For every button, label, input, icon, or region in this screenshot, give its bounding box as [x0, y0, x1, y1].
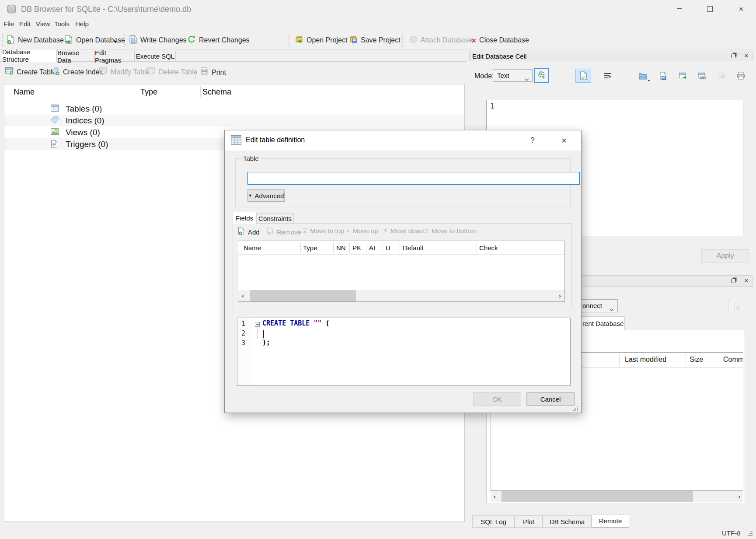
print-cell-icon[interactable] [733, 69, 749, 83]
scrollbar-thumb[interactable] [502, 491, 693, 502]
move-down-button: Move down [383, 227, 424, 234]
col-name[interactable]: Name [244, 244, 261, 252]
line-number: 2 [241, 329, 245, 337]
maximize-button[interactable] [700, 0, 720, 18]
add-field-button[interactable]: Add [238, 227, 260, 237]
tab-sql-log[interactable]: SQL Log [472, 515, 515, 528]
menu-tools[interactable]: Tools [51, 18, 73, 29]
mode-select[interactable]: Text [493, 69, 533, 82]
column-divider[interactable] [349, 242, 350, 253]
new-database-button[interactable]: New Database [7, 34, 64, 47]
column-divider[interactable] [366, 242, 366, 253]
app-database-icon [6, 4, 17, 17]
open-project-button[interactable]: Open Project [295, 34, 347, 47]
column-divider[interactable] [200, 86, 201, 97]
column-divider[interactable] [477, 242, 477, 253]
mode-label: Mode: [474, 72, 494, 80]
remote-column-commit[interactable]: Comm [723, 356, 743, 364]
dialog-close-button[interactable]: × [556, 133, 572, 147]
close-database-label: Close Database [479, 36, 529, 44]
create-table-button[interactable]: Create Table [5, 67, 56, 77]
open-database-dropdown-icon[interactable]: ▾ [115, 39, 117, 44]
col-check[interactable]: Check [479, 244, 498, 252]
close-database-button[interactable]: × Close Database [471, 34, 529, 47]
col-ai[interactable]: AI [369, 244, 375, 252]
column-divider[interactable] [686, 354, 686, 366]
remote-hscrollbar[interactable]: ‹ › [491, 491, 743, 502]
menu-view[interactable]: View [32, 18, 53, 29]
link-data-icon[interactable] [694, 69, 710, 83]
edit-table-dialog: Edit table definition ? × Table ▼ Advanc… [224, 130, 582, 413]
tab-edit-pragmas[interactable]: Edit Pragmas [94, 51, 135, 62]
resize-grip-icon[interactable] [748, 531, 749, 532]
tree-column-schema[interactable]: Schema [202, 88, 231, 97]
column-divider[interactable] [383, 242, 383, 253]
column-divider[interactable] [619, 354, 620, 366]
scroll-right-icon[interactable]: › [559, 292, 561, 299]
tab-database-structure[interactable]: Database Structure [2, 49, 57, 62]
fields-grid[interactable]: Name Type NN PK AI U Default Check ‹ › [238, 241, 565, 302]
apply-button[interactable]: Apply [701, 249, 749, 262]
column-divider[interactable] [720, 354, 720, 366]
remote-column-size[interactable]: Size [690, 356, 703, 364]
print-button[interactable]: Print [200, 67, 226, 77]
create-index-button[interactable]: Create Index [52, 67, 103, 77]
float-panel-icon[interactable] [730, 278, 736, 284]
save-project-button[interactable]: Save Project [349, 34, 401, 47]
tab-plot[interactable]: Plot [515, 515, 543, 528]
word-wrap-icon[interactable] [600, 69, 616, 83]
tree-row-tables[interactable]: Tables (0) [4, 103, 464, 115]
export-file-icon[interactable] [655, 69, 671, 83]
column-divider[interactable] [134, 86, 134, 97]
cancel-button[interactable]: Cancel [526, 392, 575, 406]
scroll-left-icon[interactable]: ‹ [494, 493, 496, 500]
menu-help[interactable]: Help [72, 18, 92, 29]
cell-settings-button[interactable] [534, 68, 549, 83]
tree-column-name[interactable]: Name [14, 88, 35, 97]
menu-edit[interactable]: Edit [16, 18, 34, 29]
float-panel-icon[interactable] [730, 53, 736, 59]
table-name-input[interactable] [247, 172, 580, 185]
column-divider[interactable] [300, 242, 301, 253]
tab-remote[interactable]: Remote [592, 514, 629, 528]
minimize-button[interactable] [669, 0, 690, 18]
tab-fields[interactable]: Fields [233, 212, 256, 224]
revert-changes-button[interactable]: Revert Changes [187, 34, 250, 47]
tab-constraints[interactable]: Constraints [256, 213, 294, 224]
tree-column-type[interactable]: Type [140, 88, 157, 97]
column-divider[interactable] [400, 242, 400, 253]
close-button[interactable]: × [731, 0, 751, 18]
col-default[interactable]: Default [403, 244, 424, 252]
tab-db-schema[interactable]: DB Schema [543, 515, 592, 528]
fold-collapse-icon[interactable] [255, 322, 260, 327]
tab-label: Browse Data [57, 49, 94, 64]
remote-column-last-modified[interactable]: Last modified [625, 356, 666, 364]
col-nn[interactable]: NN [336, 244, 346, 252]
scroll-left-icon[interactable]: ‹ [242, 292, 244, 299]
close-panel-icon[interactable]: × [743, 278, 749, 284]
close-panel-icon[interactable]: × [743, 53, 749, 59]
text-mode-icon[interactable] [575, 69, 591, 83]
scroll-right-icon[interactable]: › [738, 493, 740, 500]
advanced-button[interactable]: ▼ Advanced [247, 189, 285, 202]
col-pk[interactable]: PK [352, 244, 361, 252]
dialog-help-button[interactable]: ? [525, 133, 540, 147]
open-in-window-icon[interactable] [675, 69, 691, 83]
tree-row-indices[interactable]: Indices (0) [4, 115, 464, 126]
encoding-status[interactable]: UTF-8 [722, 529, 741, 537]
attach-database-label: Attach Database [421, 36, 472, 44]
import-file-icon[interactable]: ▾ [635, 69, 651, 83]
toolbar-separator [195, 67, 196, 79]
scrollbar-thumb[interactable] [250, 290, 356, 301]
column-divider[interactable] [333, 242, 334, 253]
menu-file[interactable]: File [0, 18, 17, 29]
tab-execute-sql[interactable]: Execute SQL [135, 51, 176, 62]
col-u[interactable]: U [386, 244, 390, 252]
dialog-resize-grip-icon[interactable] [573, 406, 575, 407]
fields-grid-hscrollbar[interactable]: ‹ › [238, 290, 564, 301]
write-changes-button[interactable]: Write Changes [129, 34, 187, 47]
advanced-label: Advanced [255, 192, 284, 200]
move-to-bottom-button: Move to bottom [424, 227, 477, 234]
tab-browse-data[interactable]: Browse Data [57, 51, 94, 62]
col-type[interactable]: Type [303, 244, 317, 252]
